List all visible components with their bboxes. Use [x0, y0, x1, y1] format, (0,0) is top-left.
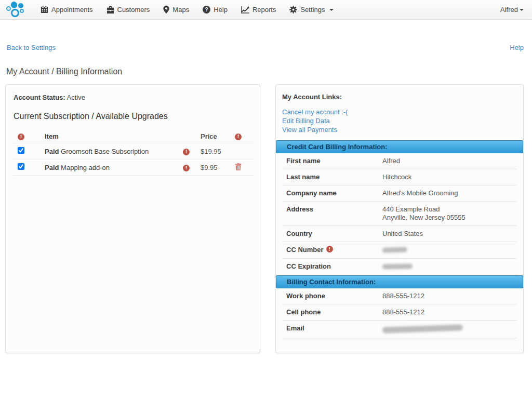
field-value-redacted — [382, 246, 513, 255]
item-name: Paid Mapping add-on — [38, 164, 183, 171]
nav-item-settings[interactable]: Settings — [289, 6, 334, 14]
field-label: Last name — [286, 173, 382, 181]
field-row: Company name Alfred's Mobile Grooming — [282, 185, 517, 202]
cancel-account-link[interactable]: Cancel my account :-( — [282, 109, 517, 115]
field-row: Email — [282, 321, 517, 338]
help-link[interactable]: Help — [510, 44, 524, 51]
nav-label: Appointments — [51, 6, 93, 14]
chevron-down-icon — [329, 9, 334, 11]
subscription-table: ! Item Price ! Paid Groomsoft Base Subsc… — [14, 129, 254, 176]
account-status-value: Active — [67, 94, 85, 101]
chevron-down-icon — [520, 9, 524, 11]
table-header-row: ! Item Price ! — [14, 129, 254, 143]
table-row: Paid Groomsoft Base Subscription ! $19.9… — [14, 143, 254, 159]
paid-badge: Paid — [45, 148, 59, 155]
trash-icon — [235, 163, 242, 170]
info-icon[interactable]: ! — [326, 246, 333, 252]
item-name: Paid Groomsoft Base Subscription — [38, 148, 183, 155]
back-to-settings-link[interactable]: Back to Settings — [7, 44, 56, 51]
nav-label: Settings — [300, 6, 325, 14]
price-column-header: Price — [201, 132, 235, 140]
gear-icon — [289, 6, 297, 14]
top-navbar: Appointments Customers Maps ? Help Repor… — [0, 0, 532, 20]
field-label: Work phone — [286, 292, 382, 300]
redacted-cc-expiration — [382, 263, 413, 269]
edit-billing-link[interactable]: Edit Billing Data — [282, 117, 517, 124]
field-value-redacted — [382, 324, 513, 334]
field-row: CC Expiration — [282, 259, 517, 275]
field-label: Cell phone — [286, 308, 382, 316]
field-row: CC Number ! — [282, 242, 517, 259]
nav-item-customers[interactable]: Customers — [107, 6, 150, 14]
warning-icon[interactable]: ! — [183, 165, 190, 171]
nav-label: Reports — [252, 6, 276, 14]
field-row: Work phone 888-555-1212 — [282, 288, 517, 304]
redacted-email — [382, 324, 463, 333]
field-value: United States — [382, 230, 513, 238]
subscription-checkbox[interactable] — [18, 147, 24, 154]
field-value: Alfred — [382, 157, 513, 165]
field-label: Address — [286, 205, 382, 222]
field-label: First name — [286, 157, 382, 165]
info-icon[interactable]: ! — [235, 134, 242, 140]
user-name: Alfred — [500, 6, 518, 14]
nav-label: Maps — [172, 6, 189, 14]
nav-item-reports[interactable]: Reports — [241, 6, 276, 14]
page-title: My Account / Billing Information — [6, 67, 122, 76]
field-row: Cell phone 888-555-1212 — [282, 304, 517, 321]
redacted-cc-number — [382, 247, 407, 253]
nav-label: Customers — [117, 6, 150, 14]
help-circle-icon: ? — [203, 6, 210, 14]
field-value: Alfred's Mobile Grooming — [382, 189, 513, 197]
svg-text:?: ? — [205, 7, 208, 12]
calendar-icon — [41, 6, 48, 14]
subscription-checkbox[interactable] — [18, 163, 24, 170]
delete-addon-button[interactable] — [235, 163, 242, 170]
field-label: CC Number ! — [286, 246, 382, 255]
field-row: Country United States — [282, 226, 517, 242]
item-price: $9.95 — [201, 164, 235, 171]
field-value: 888-555-1212 — [382, 292, 513, 300]
nav-label: Help — [214, 6, 228, 14]
account-status-label: Account Status: — [14, 94, 65, 101]
field-value: 440 Example Road Anyville, New Jersey 05… — [382, 205, 513, 222]
billing-contact-section-header: Billing Contact Information: — [276, 275, 523, 288]
field-label: Country — [286, 230, 382, 238]
field-value-redacted — [382, 262, 513, 271]
field-value: Hitchcock — [382, 173, 513, 181]
field-label: Company name — [286, 189, 382, 197]
map-pin-icon — [163, 6, 169, 14]
account-status: Account Status: Active — [14, 94, 252, 101]
item-price: $19.95 — [201, 148, 235, 155]
briefcase-icon — [107, 6, 114, 14]
nav-item-appointments[interactable]: Appointments — [41, 6, 93, 14]
paw-print-icon — [6, 2, 25, 18]
chart-icon — [241, 6, 249, 14]
field-row: First name Alfred — [282, 153, 517, 169]
info-icon[interactable]: ! — [18, 134, 24, 140]
groomsoft-logo[interactable] — [0, 0, 31, 19]
warning-icon[interactable]: ! — [183, 149, 190, 155]
view-payments-link[interactable]: View all Payments — [282, 126, 517, 133]
subscription-heading: Current Subscription / Available Upgrade… — [14, 112, 252, 121]
account-links-heading: My Account Links: — [282, 93, 517, 101]
nav-item-help[interactable]: ? Help — [203, 6, 228, 14]
subscription-panel: Account Status: Active Current Subscript… — [5, 84, 260, 353]
field-value: 888-555-1212 — [382, 308, 513, 316]
user-menu[interactable]: Alfred — [500, 6, 524, 14]
account-panel: My Account Links: Cancel my account :-( … — [275, 84, 524, 353]
field-label: Email — [286, 324, 382, 334]
field-label: CC Expiration — [286, 262, 382, 271]
paid-badge: Paid — [45, 164, 59, 171]
nav-item-maps[interactable]: Maps — [163, 6, 189, 14]
field-row: Last name Hitchcock — [282, 169, 517, 185]
table-row: Paid Mapping add-on ! $9.95 — [14, 159, 254, 176]
field-row: Address 440 Example Road Anyville, New J… — [282, 202, 517, 226]
item-column-header: Item — [38, 132, 183, 140]
cc-billing-section-header: Credit Card Billing Information: — [276, 140, 523, 153]
